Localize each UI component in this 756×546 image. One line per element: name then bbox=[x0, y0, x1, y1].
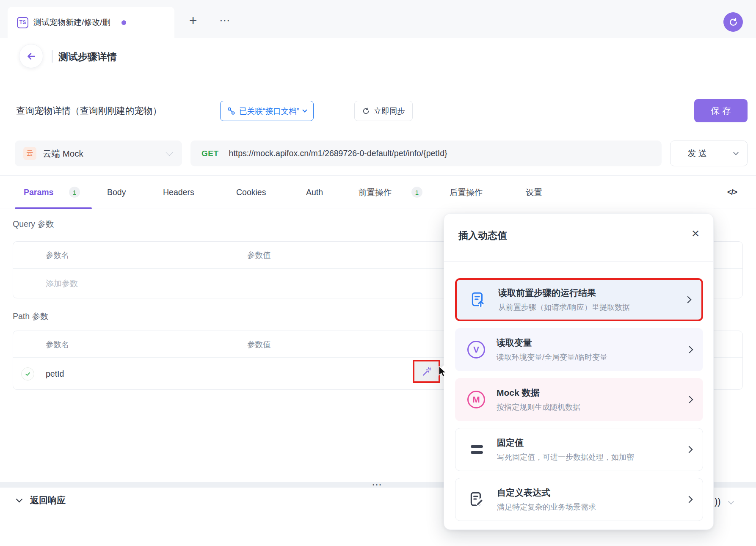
param-enabled-checkbox[interactable] bbox=[21, 367, 34, 381]
environment-select[interactable]: 云 云端 Mock bbox=[15, 141, 182, 166]
step-toolbar: 查询宠物详情（查询刚刚建的宠物） 已关联“接口文档” 立即同步 保 存 bbox=[0, 90, 756, 131]
link-icon bbox=[227, 107, 235, 115]
params-count-badge: 1 bbox=[69, 187, 80, 198]
param-name-cell[interactable]: petId bbox=[46, 369, 64, 379]
option-title: 读取变量 bbox=[497, 337, 607, 349]
test-scenario-icon: TS bbox=[17, 17, 28, 28]
sync-status-button[interactable] bbox=[723, 12, 743, 32]
chevron-right-icon bbox=[686, 446, 693, 453]
add-param-input[interactable] bbox=[46, 279, 215, 288]
send-split-button: 发 送 bbox=[670, 141, 748, 166]
tab-settings[interactable]: 设置 bbox=[526, 187, 542, 198]
page-title: 测试步骤详情 bbox=[58, 50, 117, 63]
option-description: 写死固定值，可进一步数据处理，如加密 bbox=[497, 452, 634, 462]
option-fixed-value[interactable]: 固定值 写死固定值，可进一步数据处理，如加密 bbox=[455, 428, 703, 471]
column-header-name: 参数名 bbox=[13, 339, 247, 350]
close-icon[interactable]: × bbox=[686, 224, 705, 243]
request-bar: 云 云端 Mock GET https://mock.apifox.cn/m1/… bbox=[0, 131, 756, 176]
tab-params[interactable]: Params bbox=[24, 188, 53, 197]
chevron-down-icon bbox=[733, 150, 739, 155]
document-upload-icon bbox=[469, 290, 487, 309]
column-header-name: 参数名 bbox=[13, 250, 247, 260]
equals-icon bbox=[467, 440, 486, 459]
sync-now-label: 立即同步 bbox=[374, 106, 405, 116]
method-label: GET bbox=[201, 149, 219, 158]
tab-body[interactable]: Body bbox=[107, 188, 126, 197]
sync-icon bbox=[728, 17, 738, 27]
document-edit-icon bbox=[467, 490, 486, 509]
path-params-section-label: Path 参数 bbox=[13, 311, 49, 322]
linked-doc-button[interactable]: 已关联“接口文档” bbox=[220, 101, 314, 121]
chevron-down-icon bbox=[16, 496, 23, 503]
response-obscured-text: )) bbox=[715, 496, 721, 507]
top-tab-strip: TS 测试宠物新建/修改/删 + ⋯ bbox=[0, 0, 756, 38]
option-title: 读取前置步骤的运行结果 bbox=[498, 287, 630, 299]
popup-divider bbox=[444, 261, 713, 262]
send-button[interactable]: 发 送 bbox=[670, 141, 724, 166]
sync-now-button[interactable]: 立即同步 bbox=[354, 101, 413, 121]
chevron-right-icon bbox=[684, 296, 692, 303]
chevron-right-icon bbox=[686, 346, 693, 353]
option-custom-expression[interactable]: 自定义表达式 满足特定复杂的业务场景需求 bbox=[455, 478, 703, 521]
request-tabs: Params 1 Body Headers Cookies Auth 前置操作 … bbox=[0, 176, 756, 209]
document-tab[interactable]: TS 测试宠物新建/修改/删 bbox=[8, 7, 174, 38]
magic-wand-icon bbox=[422, 367, 432, 377]
chevron-down-icon bbox=[166, 149, 173, 156]
tab-pre-operations[interactable]: 前置操作 bbox=[359, 187, 392, 198]
url-text: https://mock.apifox.cn/m1/2689726-0-defa… bbox=[229, 149, 447, 158]
refresh-icon bbox=[362, 107, 370, 115]
mock-icon: M bbox=[467, 390, 486, 409]
tab-cookies[interactable]: Cookies bbox=[236, 188, 266, 197]
url-input[interactable]: GET https://mock.apifox.cn/m1/2689726-0-… bbox=[190, 141, 662, 166]
option-read-previous-step-result[interactable]: 读取前置步骤的运行结果 从前置步骤（如请求/响应）里提取数据 bbox=[455, 278, 703, 321]
chevron-down-icon bbox=[302, 108, 307, 112]
step-name: 查询宠物详情（查询刚刚建的宠物） bbox=[16, 105, 162, 117]
option-mock-data[interactable]: M Mock 数据 按指定规则生成随机数据 bbox=[455, 378, 703, 421]
arrow-left-icon bbox=[26, 51, 37, 62]
environment-label: 云端 Mock bbox=[43, 148, 167, 160]
linked-doc-label: 已关联“接口文档” bbox=[239, 106, 299, 116]
option-read-variable[interactable]: V 读取变量 读取环境变量/全局变量/临时变量 bbox=[455, 328, 703, 371]
tab-headers[interactable]: Headers bbox=[163, 188, 194, 197]
new-tab-button[interactable]: + bbox=[185, 12, 201, 29]
tab-title: 测试宠物新建/修改/删 bbox=[33, 17, 117, 28]
tab-auth[interactable]: Auth bbox=[306, 188, 323, 197]
option-description: 读取环境变量/全局变量/临时变量 bbox=[497, 352, 607, 362]
column-header-value: 参数值 bbox=[247, 250, 271, 260]
option-description: 满足特定复杂的业务场景需求 bbox=[497, 502, 596, 512]
check-icon bbox=[25, 371, 31, 377]
send-options-button[interactable] bbox=[724, 141, 747, 166]
response-section-label: 返回响应 bbox=[30, 494, 66, 506]
option-title: 固定值 bbox=[497, 437, 634, 449]
option-title: 自定义表达式 bbox=[497, 487, 596, 499]
tab-more-button[interactable]: ⋯ bbox=[217, 12, 234, 29]
page-header: 测试步骤详情 bbox=[0, 38, 756, 90]
response-section-toggle[interactable]: 返回响应 bbox=[17, 494, 66, 506]
collapse-response-icon[interactable] bbox=[728, 499, 734, 505]
pre-operations-count-badge: 1 bbox=[411, 187, 422, 198]
popup-title: 插入动态值 bbox=[458, 229, 507, 242]
back-button[interactable] bbox=[19, 44, 43, 68]
chevron-right-icon bbox=[686, 396, 693, 403]
chevron-right-icon bbox=[686, 496, 693, 503]
header-divider bbox=[52, 50, 53, 63]
query-params-section-label: Query 参数 bbox=[13, 218, 54, 230]
option-title: Mock 数据 bbox=[497, 387, 580, 399]
option-description: 按指定规则生成随机数据 bbox=[497, 402, 580, 412]
save-button[interactable]: 保 存 bbox=[694, 99, 748, 122]
wand-highlight-box bbox=[413, 360, 440, 383]
tab-post-operations[interactable]: 后置操作 bbox=[450, 187, 483, 198]
option-description: 从前置步骤（如请求/响应）里提取数据 bbox=[498, 302, 630, 312]
insert-dynamic-value-popup: 插入动态值 × 读取前置步骤的运行结果 从前置步骤（如请求/响应）里提取数据 bbox=[444, 213, 714, 530]
column-header-value: 参数值 bbox=[247, 339, 271, 350]
unsaved-dot bbox=[121, 20, 126, 25]
code-view-icon[interactable]: </> bbox=[727, 188, 737, 197]
variable-icon: V bbox=[467, 340, 486, 359]
insert-dynamic-value-button[interactable] bbox=[414, 361, 439, 381]
splitter-drag-handle[interactable]: ⋯ bbox=[372, 479, 382, 491]
active-tab-indicator bbox=[15, 207, 92, 209]
apifox-test-step-window: TS 测试宠物新建/修改/删 + ⋯ 测试步骤详情 查询宠物详情（查询刚刚建的宠… bbox=[0, 0, 756, 546]
cloud-env-icon: 云 bbox=[23, 147, 36, 160]
